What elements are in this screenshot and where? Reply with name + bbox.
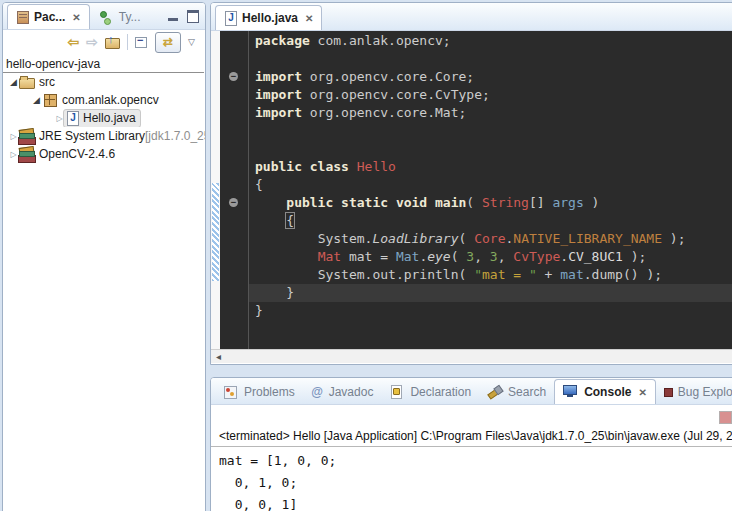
view-window-buttons	[168, 10, 199, 23]
tab-bug-explorer[interactable]: Bug Explorer	[656, 380, 732, 404]
horizontal-scrollbar[interactable]: ◂	[211, 349, 732, 363]
fold-collapse-icon[interactable]: −	[229, 198, 238, 207]
code-token: mat =	[341, 249, 396, 264]
code-token: public static void main	[286, 195, 466, 210]
tab-label: Pac...	[34, 10, 65, 24]
code-token	[255, 267, 318, 282]
fold-cell	[220, 50, 248, 68]
editor-tabbar: J Hello.java ✕	[211, 3, 732, 31]
code-line: Mat mat = Mat.eye( 3, 3, CvType.CV_8UC1 …	[249, 248, 732, 266]
tab-console[interactable]: Console✕	[554, 379, 656, 404]
collapsed-arrow-icon[interactable]: ▷	[8, 150, 19, 159]
tree-item-project[interactable]: hello-opencv-java	[3, 56, 204, 73]
code-token: import	[255, 69, 302, 84]
code-token: 3	[490, 249, 498, 264]
terminate-icon[interactable]	[719, 411, 732, 424]
fold-cell	[220, 122, 248, 140]
tree-item-src[interactable]: ◢src	[3, 73, 205, 91]
code-token: .dump() );	[584, 267, 662, 282]
maximize-icon[interactable]	[187, 10, 199, 23]
tab-type-hierarchy[interactable]: Ty...	[90, 5, 149, 29]
code-token: org.opencv.core.CvType;	[302, 87, 490, 102]
tree-item-com-anlak-opencv[interactable]: ◢com.anlak.opencv	[3, 91, 205, 109]
annotation-ruler[interactable]	[211, 31, 220, 349]
code-token: (	[451, 249, 467, 264]
code-line	[249, 122, 732, 140]
tab-label: Javadoc	[329, 385, 374, 399]
tree-item-opencv-2-4-6[interactable]: ▷OpenCV-2.4.6	[3, 145, 205, 163]
scroll-left-icon[interactable]: ◂	[216, 350, 221, 363]
selected-item-box: JHello.java	[63, 109, 141, 127]
code-area[interactable]: package com.anlak.opencv;import org.open…	[249, 31, 732, 349]
editor-tab-hello-java[interactable]: J Hello.java ✕	[215, 5, 322, 30]
code-token: }	[255, 285, 294, 300]
code-line: import org.opencv.core.CvType;	[249, 86, 732, 104]
folding-margin[interactable]: −−	[220, 31, 249, 349]
link-with-editor-button[interactable]: ⇄	[155, 32, 181, 53]
code-token: "	[529, 267, 537, 282]
code-line	[249, 140, 732, 158]
tab-declaration[interactable]: Declaration	[381, 380, 479, 404]
tree-item-jre-system-library[interactable]: ▷JRE System Library [jdk1.7.0_25]	[3, 127, 205, 145]
code-token: }	[255, 303, 263, 318]
go-up-folder-icon[interactable]: ↑	[105, 36, 120, 48]
code-token: []	[529, 195, 552, 210]
code-line-current: }	[249, 284, 732, 302]
tab-problems[interactable]: Problems	[215, 380, 303, 404]
code-token: (	[459, 267, 475, 282]
code-line: {	[249, 176, 732, 194]
collapsed-arrow-icon[interactable]: ▷	[8, 132, 19, 141]
code-token: org.opencv.core.Core;	[302, 69, 474, 84]
package-explorer-icon	[16, 10, 29, 24]
code-line: {	[249, 212, 732, 230]
console-tabbar-tabs: Problems@JavadocDeclarationSearchConsole…	[215, 378, 732, 404]
collapse-all-icon[interactable]: −	[135, 36, 148, 48]
console-output[interactable]: mat = [1, 0, 0; 0, 1, 0; 0, 0, 1]	[211, 447, 732, 511]
bug-icon	[664, 385, 673, 399]
code-token: "	[474, 267, 482, 282]
explorer-tabbar-tabs: Pac...✕Ty...	[7, 3, 149, 29]
console-toolbar	[211, 405, 732, 427]
fold-collapse-icon[interactable]: −	[229, 72, 238, 81]
console-icon	[563, 385, 579, 399]
tree-item-hello-java[interactable]: ▷JHello.java	[3, 109, 205, 127]
code-line: import org.opencv.core.Core;	[249, 68, 732, 86]
expanded-arrow-icon[interactable]: ◢	[31, 95, 42, 105]
code-token: package	[255, 33, 310, 48]
java-file-icon: J	[66, 111, 79, 126]
code-token: import	[255, 105, 302, 120]
code-token: public class	[255, 159, 349, 174]
fold-cell	[220, 176, 248, 194]
fold-cell	[220, 86, 248, 104]
code-token	[255, 231, 318, 246]
package-icon	[42, 93, 58, 107]
explorer-tabbar: Pac...✕Ty...	[3, 3, 205, 30]
close-icon[interactable]: ✕	[305, 13, 313, 24]
code-line: System.out.println( "mat = " + mat.dump(…	[249, 266, 732, 284]
fold-cell	[220, 158, 248, 176]
close-icon[interactable]: ✕	[638, 387, 646, 398]
code-token: 3	[466, 249, 474, 264]
editor-tab-label: Hello.java	[242, 11, 298, 25]
code-token: eye	[427, 249, 450, 264]
fold-cell	[220, 32, 248, 50]
tab-label: Declaration	[410, 385, 471, 399]
code-token: LoadLibrary	[372, 231, 458, 246]
tab-label: Console	[584, 385, 631, 399]
forward-arrow-icon[interactable]: ⇨	[86, 34, 98, 50]
code-token: ,	[498, 249, 514, 264]
code-token: Mat	[396, 249, 419, 264]
tab-package-explorer[interactable]: Pac...✕	[7, 4, 90, 29]
code-token: ,	[474, 249, 490, 264]
close-icon[interactable]: ✕	[72, 12, 80, 23]
explorer-toolbar: ⇦ ⇨ ↑ − ⇄ ▽	[3, 30, 205, 54]
minimize-icon[interactable]	[168, 18, 178, 21]
view-menu-icon[interactable]: ▽	[188, 34, 195, 50]
tab-javadoc[interactable]: @Javadoc	[303, 380, 382, 404]
expanded-arrow-icon[interactable]: ◢	[8, 77, 19, 87]
tree-item-label: src	[39, 75, 55, 89]
toolbar-separator	[127, 34, 128, 50]
tab-search[interactable]: Search	[479, 380, 554, 404]
back-arrow-icon[interactable]: ⇦	[68, 34, 80, 50]
code-token: +	[537, 267, 560, 282]
